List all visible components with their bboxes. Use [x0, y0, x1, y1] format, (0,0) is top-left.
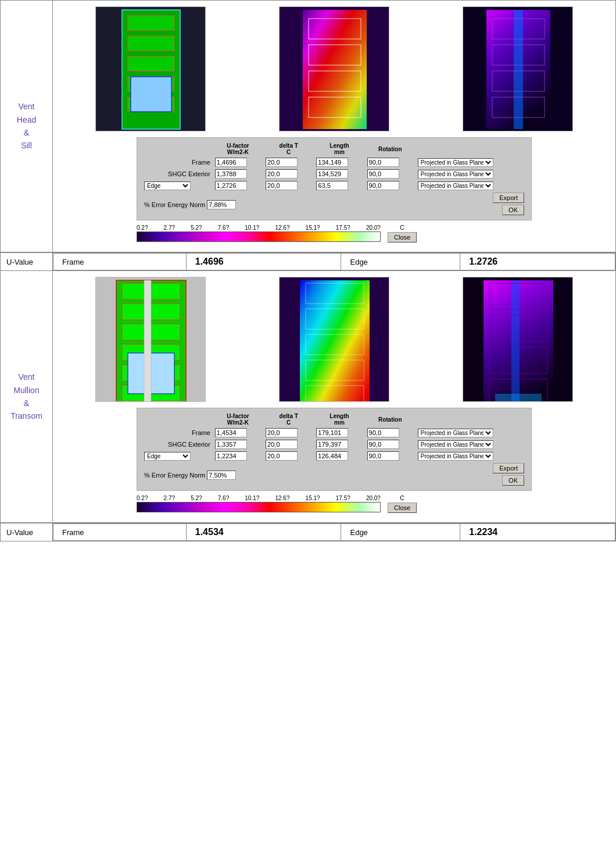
content-cell-vent-mullion-transom: U-factor W/m2-Kdelta T CLength mmRotatio… — [53, 271, 616, 523]
colorbar-tick: 5.2? — [191, 224, 202, 231]
col-header-5 — [416, 141, 527, 156]
col-header-4: Rotation — [365, 412, 416, 427]
col-header-5 — [416, 412, 527, 427]
frame-input-2[interactable] — [266, 158, 298, 167]
shgc-input-2[interactable] — [266, 169, 298, 179]
svg-rect-4 — [128, 56, 174, 71]
close-button[interactable]: Close — [388, 232, 417, 243]
colorbar-tick: 2.7? — [164, 495, 175, 501]
error-norm-label: % Error Energy Norm — [144, 201, 207, 208]
colorbar-tick: 17.5? — [336, 224, 350, 231]
col-header-1: U-factor W/m2-K — [213, 412, 263, 427]
col-header-0 — [142, 141, 213, 156]
colorbar-tick: 20.0? — [366, 495, 381, 501]
svg-rect-2 — [128, 16, 174, 30]
edge-input-2[interactable] — [266, 181, 298, 190]
edge-input-3[interactable] — [316, 181, 348, 190]
uvalue-label-vent-mullion-transom: U-Value — [1, 523, 53, 541]
colorbar-tick: 10.1? — [245, 495, 259, 501]
frame-input-4[interactable] — [367, 158, 399, 167]
col-header-4: Rotation — [365, 141, 416, 156]
uvalue-cell-3-vent-head-sill: 1.2726 — [460, 254, 615, 270]
shgc-section-vent-mullion-transom — [463, 277, 573, 402]
shgc-input-4[interactable] — [367, 440, 399, 449]
shgc-input-3[interactable] — [316, 169, 348, 179]
section-label-vent-head-sill: VentHead&Sill — [1, 1, 53, 253]
edge-input-1[interactable] — [215, 451, 247, 461]
edge-type-select[interactable]: Edge — [144, 452, 191, 461]
frame-projection-select[interactable]: Projected in Glass PlaneProjected Glass … — [418, 429, 493, 437]
export-button[interactable]: Export — [493, 193, 524, 203]
col-header-3: Length mm — [314, 141, 364, 156]
content-cell-vent-head-sill: U-factor W/m2-Kdelta T CLength mmRotatio… — [53, 1, 616, 253]
col-header-3: Length mm — [314, 412, 364, 427]
thermal-section-vent-mullion-transom — [279, 277, 389, 402]
edge-input-4[interactable] — [367, 181, 399, 190]
col-header-1: U-factor W/m2-K — [213, 141, 263, 156]
images-row-vent-mullion-transom — [59, 277, 610, 402]
colorbar-tick: 15.1? — [306, 495, 320, 501]
svg-rect-17 — [514, 10, 523, 129]
edge-input-4[interactable] — [367, 451, 399, 461]
images-row-vent-head-sill — [59, 6, 610, 131]
frame-projection-select[interactable]: Projected in Glass PlaneProjected Glass … — [418, 158, 493, 167]
colorbar-unit: C — [400, 494, 404, 501]
ok-button[interactable]: OK — [502, 205, 524, 215]
close-button[interactable]: Close — [388, 503, 417, 513]
data-panel: U-factor W/m2-Kdelta T CLength mmRotatio… — [137, 408, 532, 491]
svg-rect-3 — [128, 36, 174, 51]
shgc-label: SHGC Exterior — [142, 439, 213, 450]
uvalue-cell-3-vent-mullion-transom: 1.2234 — [460, 524, 615, 541]
ok-button[interactable]: OK — [502, 475, 524, 486]
shgc-input-2[interactable] — [266, 440, 298, 449]
edge-projection-select[interactable]: Projected in Glass PlaneProjected Glass … — [418, 452, 493, 461]
frame-input-2[interactable] — [266, 428, 298, 437]
error-norm-input[interactable] — [207, 471, 236, 480]
edge-projection-select[interactable]: Projected in Glass PlaneProjected Glass … — [418, 181, 493, 190]
shgc-section-vent-head-sill — [463, 6, 573, 131]
col-header-2: delta T C — [263, 412, 314, 427]
shgc-input-4[interactable] — [367, 169, 399, 179]
shgc-input-1[interactable] — [215, 440, 247, 449]
thermal-section-vent-head-sill — [279, 6, 389, 131]
col-header-0 — [142, 412, 213, 427]
cross-section-vent-mullion-transom — [95, 277, 206, 402]
col-header-2: delta T C — [263, 141, 314, 156]
colorbar-tick: 12.6? — [275, 224, 289, 231]
uvalue-label-vent-head-sill: U-Value — [1, 252, 53, 271]
frame-input-1[interactable] — [215, 158, 247, 167]
colorbar-tick: 0.2? — [137, 224, 148, 231]
main-table: VentHead&SillU-factor W/m2-Kdelta T CLen… — [0, 0, 616, 541]
edge-type-select[interactable]: Edge — [144, 181, 191, 190]
colorbar-unit: C — [400, 224, 404, 231]
svg-rect-7 — [131, 77, 171, 112]
frame-label: Frame — [142, 156, 213, 168]
uvalue-cell-0-vent-mullion-transom: Frame — [53, 524, 187, 541]
error-norm-cell: % Error Energy Norm — [142, 462, 314, 487]
svg-rect-31 — [144, 280, 151, 402]
shgc-input-1[interactable] — [215, 169, 247, 179]
edge-input-3[interactable] — [316, 451, 348, 461]
colorbar-tick: 15.1? — [306, 224, 320, 231]
export-button[interactable]: Export — [493, 463, 524, 473]
edge-input-2[interactable] — [266, 451, 298, 461]
uvalue-cell-1-vent-head-sill: 1.4696 — [186, 254, 341, 270]
colorbar-tick: 12.6? — [275, 495, 289, 501]
colorbar-tick: 17.5? — [336, 495, 350, 501]
error-norm-input[interactable] — [207, 200, 236, 209]
frame-input-3[interactable] — [316, 158, 348, 167]
frame-input-4[interactable] — [367, 428, 399, 437]
shgc-projection-select[interactable]: Projected in Glass PlaneProjected Glass … — [418, 170, 493, 179]
colorbar-tick: 7.6? — [218, 224, 229, 231]
shgc-projection-select[interactable]: Projected in Glass PlaneProjected Glass … — [418, 440, 493, 449]
colorbar-tick: 0.2? — [137, 495, 148, 501]
colorbar-tick: 10.1? — [245, 224, 259, 231]
uvalue-cell-1-vent-mullion-transom: 1.4534 — [186, 524, 341, 541]
shgc-label: SHGC Exterior — [142, 168, 213, 180]
shgc-input-3[interactable] — [316, 440, 348, 449]
uvalue-row-vent-head-sill: U-ValueFrame1.4696Edge1.2726 — [1, 252, 616, 271]
frame-input-1[interactable] — [215, 428, 247, 437]
colorbar-tick: 7.6? — [218, 495, 229, 501]
frame-input-3[interactable] — [316, 428, 348, 437]
edge-input-1[interactable] — [215, 181, 247, 190]
